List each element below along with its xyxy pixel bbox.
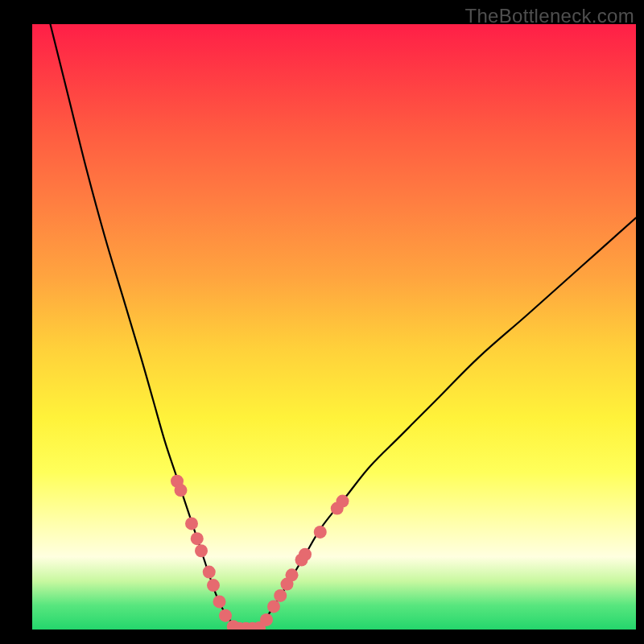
data-marker bbox=[314, 526, 327, 539]
watermark-text: TheBottleneck.com bbox=[464, 5, 634, 27]
marker-layer bbox=[171, 475, 349, 630]
data-marker bbox=[213, 595, 226, 608]
curve-layer bbox=[51, 24, 637, 629]
data-marker bbox=[207, 579, 220, 592]
data-marker bbox=[219, 609, 232, 622]
chart-plot-area bbox=[32, 24, 636, 630]
data-marker bbox=[286, 568, 299, 581]
data-marker bbox=[191, 532, 204, 545]
data-marker bbox=[185, 517, 198, 530]
data-marker bbox=[299, 548, 312, 561]
data-marker bbox=[274, 589, 287, 602]
chart-frame: TheBottleneck.com bbox=[0, 0, 644, 644]
data-marker bbox=[260, 613, 273, 626]
data-marker bbox=[175, 484, 188, 497]
data-marker bbox=[195, 544, 208, 557]
data-marker bbox=[267, 600, 280, 613]
chart-svg bbox=[32, 24, 636, 630]
data-marker bbox=[336, 495, 349, 508]
curve-left-curve bbox=[51, 24, 238, 628]
curve-right-curve bbox=[256, 218, 637, 629]
data-marker bbox=[203, 566, 216, 579]
